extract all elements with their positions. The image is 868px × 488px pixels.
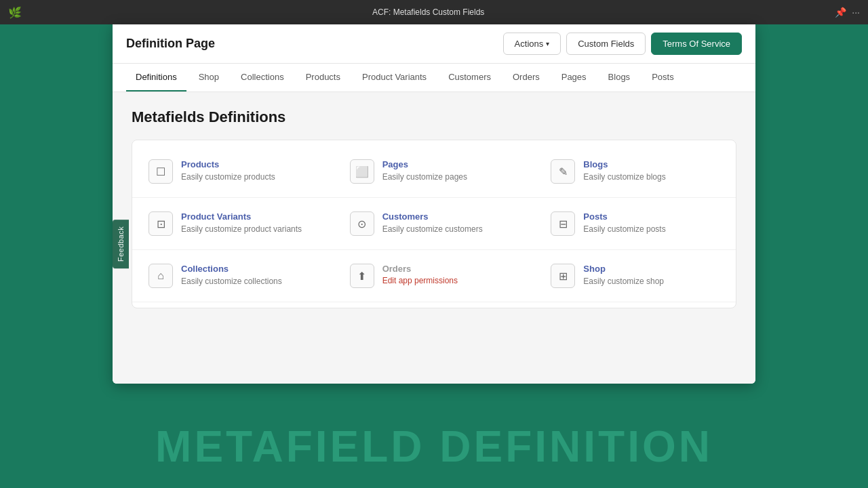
- customers-desc: Easily customize customers: [382, 224, 483, 235]
- tab-blogs[interactable]: Blogs: [599, 64, 640, 92]
- shop-content: ShopEasily customize shop: [583, 264, 664, 287]
- top-bar-actions: Actions ▾ Custom Fields Terms Of Service: [503, 33, 742, 55]
- card-shop[interactable]: ⊞ShopEasily customize shop: [534, 250, 736, 302]
- collections-content: CollectionsEasily customize collections: [181, 264, 282, 287]
- shop-name: Shop: [583, 264, 664, 274]
- tab-pages[interactable]: Pages: [552, 64, 596, 92]
- cards-grid: ☐ProductsEasily customize products⬜Pages…: [132, 146, 736, 302]
- pages-icon: ⬜: [350, 159, 374, 184]
- products-content: ProductsEasily customize products: [181, 159, 275, 183]
- content-area: Metafields Definitions ☐ProductsEasily c…: [113, 92, 755, 384]
- app-window: Definition Page Actions ▾ Custom Fields …: [113, 24, 755, 384]
- product-variants-content: Product VariantsEasily customize product…: [181, 211, 302, 235]
- pages-name: Pages: [382, 159, 467, 169]
- products-name: Products: [181, 159, 275, 169]
- product-variants-icon: ⊡: [149, 211, 173, 236]
- page-title: Definition Page: [126, 37, 215, 51]
- collections-name: Collections: [181, 264, 282, 274]
- orders-content: OrdersEdit app permissions: [382, 264, 458, 285]
- card-pages[interactable]: ⬜PagesEasily customize pages: [334, 146, 535, 198]
- blogs-icon: ✎: [551, 159, 575, 184]
- custom-fields-button[interactable]: Custom Fields: [566, 33, 646, 55]
- browser-chrome: 🌿 ACF: Metafields Custom Fields 📌 ···: [0, 0, 868, 24]
- posts-icon: ⊟: [551, 211, 575, 236]
- bottom-text: METAFIELD DEFINITION: [0, 422, 868, 472]
- tab-collections[interactable]: Collections: [231, 64, 294, 92]
- products-icon: ☐: [149, 159, 173, 184]
- card-customers[interactable]: ⊙CustomersEasily customize customers: [334, 198, 535, 250]
- chevron-down-icon: ▾: [546, 40, 549, 47]
- blogs-content: BlogsEasily customize blogs: [583, 159, 665, 183]
- more-options-icon[interactable]: ···: [852, 7, 860, 18]
- tab-posts[interactable]: Posts: [642, 64, 684, 92]
- card-collections[interactable]: ⌂CollectionsEasily customize collections: [132, 250, 334, 302]
- nav-tabs: DefinitionsShopCollectionsProductsProduc…: [113, 64, 755, 92]
- pin-icon[interactable]: 📌: [835, 7, 846, 18]
- actions-label: Actions: [515, 39, 544, 49]
- products-desc: Easily customize products: [181, 171, 275, 183]
- customers-content: CustomersEasily customize customers: [382, 211, 483, 235]
- blogs-desc: Easily customize blogs: [583, 171, 665, 183]
- pages-desc: Easily customize pages: [382, 171, 467, 183]
- orders-desc: Edit app permissions: [382, 276, 458, 285]
- browser-title: ACF: Metafields Custom Fields: [27, 7, 829, 17]
- card-posts[interactable]: ⊟PostsEasily customize posts: [534, 198, 736, 250]
- posts-desc: Easily customize posts: [583, 224, 665, 235]
- tab-product-variants[interactable]: Product Variants: [353, 64, 436, 92]
- terms-of-service-button[interactable]: Terms Of Service: [651, 33, 742, 55]
- blogs-name: Blogs: [583, 159, 665, 169]
- tab-orders[interactable]: Orders: [503, 64, 549, 92]
- cards-container: ☐ProductsEasily customize products⬜Pages…: [132, 140, 736, 308]
- tab-products[interactable]: Products: [296, 64, 350, 92]
- orders-icon: ⬆: [350, 264, 374, 288]
- card-blogs[interactable]: ✎BlogsEasily customize blogs: [534, 146, 736, 198]
- card-product-variants[interactable]: ⊡Product VariantsEasily customize produc…: [132, 198, 334, 250]
- orders-name: Orders: [382, 264, 458, 274]
- collections-icon: ⌂: [149, 264, 173, 288]
- customers-icon: ⊙: [350, 211, 374, 236]
- actions-button[interactable]: Actions ▾: [503, 33, 561, 55]
- posts-name: Posts: [583, 211, 665, 222]
- customers-name: Customers: [382, 211, 483, 222]
- card-orders[interactable]: ⬆OrdersEdit app permissions: [334, 250, 535, 302]
- app-logo-icon: 🌿: [8, 6, 22, 19]
- posts-content: PostsEasily customize posts: [583, 211, 665, 235]
- shop-icon: ⊞: [551, 264, 575, 288]
- shop-desc: Easily customize shop: [583, 276, 664, 287]
- tab-shop[interactable]: Shop: [189, 64, 229, 92]
- product-variants-desc: Easily customize product variants: [181, 224, 302, 235]
- pages-content: PagesEasily customize pages: [382, 159, 467, 183]
- collections-desc: Easily customize collections: [181, 276, 282, 287]
- content-title: Metafields Definitions: [132, 108, 736, 126]
- tab-definitions[interactable]: Definitions: [126, 64, 186, 92]
- card-products[interactable]: ☐ProductsEasily customize products: [132, 146, 334, 198]
- product-variants-name: Product Variants: [181, 211, 302, 222]
- top-bar: Definition Page Actions ▾ Custom Fields …: [113, 24, 755, 64]
- browser-icon-group: 📌 ···: [835, 7, 860, 18]
- feedback-tab[interactable]: Feedback: [113, 220, 129, 268]
- tab-customers[interactable]: Customers: [439, 64, 500, 92]
